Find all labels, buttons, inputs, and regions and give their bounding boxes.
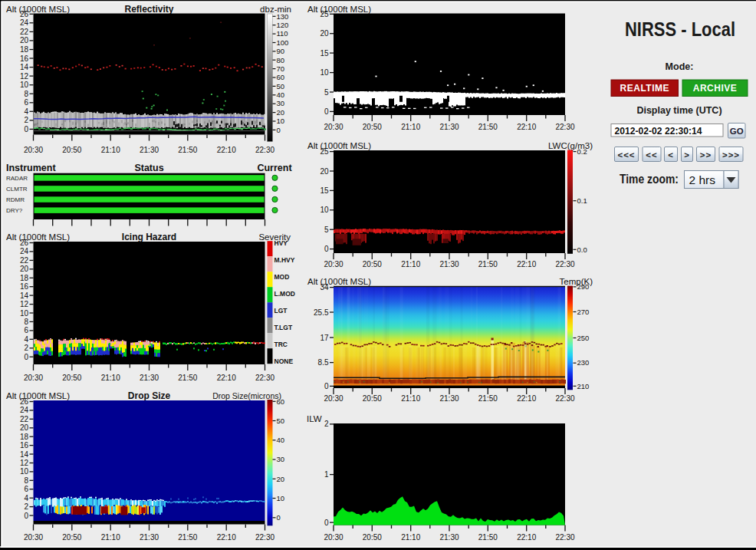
svg-text:10: 10 xyxy=(320,206,329,214)
svg-text:21:10: 21:10 xyxy=(101,374,120,382)
svg-text:230: 230 xyxy=(577,358,590,367)
svg-text:GO: GO xyxy=(730,127,744,136)
svg-text:REALTIME: REALTIME xyxy=(620,83,669,94)
svg-text:20:50: 20:50 xyxy=(363,260,382,268)
svg-text:2: 2 xyxy=(324,420,329,428)
svg-text:20:30: 20:30 xyxy=(24,146,43,154)
svg-text:250: 250 xyxy=(577,334,590,342)
svg-text:21:30: 21:30 xyxy=(439,260,459,268)
svg-text:>>>: >>> xyxy=(722,150,740,160)
svg-text:60: 60 xyxy=(277,73,285,81)
svg-text:16: 16 xyxy=(20,54,29,63)
svg-text:4: 4 xyxy=(24,335,28,344)
svg-text:12: 12 xyxy=(20,300,29,308)
svg-text:10: 10 xyxy=(20,309,29,318)
svg-text:5: 5 xyxy=(324,88,329,97)
svg-text:Reflectivity: Reflectivity xyxy=(124,4,173,15)
svg-text:10: 10 xyxy=(277,117,285,125)
svg-text:20:30: 20:30 xyxy=(324,394,343,403)
svg-text:<: < xyxy=(668,150,674,160)
svg-text:25: 25 xyxy=(320,10,329,18)
svg-text:22:10: 22:10 xyxy=(217,146,236,154)
svg-text:14: 14 xyxy=(20,450,29,459)
svg-text:270: 270 xyxy=(577,308,590,316)
svg-text:4: 4 xyxy=(24,107,28,116)
svg-text:22:10: 22:10 xyxy=(517,533,536,542)
svg-text:18: 18 xyxy=(20,45,29,54)
svg-text:21:50: 21:50 xyxy=(478,394,498,403)
svg-text:RADAR: RADAR xyxy=(6,175,28,182)
svg-text:18: 18 xyxy=(20,274,29,282)
svg-text:2: 2 xyxy=(24,502,28,511)
svg-text:0: 0 xyxy=(324,519,329,527)
svg-text:TRC: TRC xyxy=(274,341,288,348)
svg-text:14: 14 xyxy=(20,291,29,300)
svg-text:20: 20 xyxy=(20,423,29,432)
svg-text:17: 17 xyxy=(320,334,329,342)
svg-text:10: 10 xyxy=(20,467,29,476)
svg-text:ARCHIVE: ARCHIVE xyxy=(693,83,738,94)
svg-text:21:10: 21:10 xyxy=(101,146,120,154)
svg-text:<<: << xyxy=(646,150,657,160)
svg-text:16: 16 xyxy=(20,441,29,450)
svg-text:20:30: 20:30 xyxy=(24,374,43,382)
svg-text:22:10: 22:10 xyxy=(217,533,236,542)
svg-text:12: 12 xyxy=(20,72,29,81)
svg-text:290: 290 xyxy=(577,282,590,291)
svg-text:L.MOD: L.MOD xyxy=(274,290,295,298)
svg-text:1: 1 xyxy=(324,470,329,479)
svg-text:Drop Size: Drop Size xyxy=(128,390,171,401)
svg-text:8: 8 xyxy=(24,476,28,485)
svg-text:22:10: 22:10 xyxy=(517,260,536,268)
svg-text:60: 60 xyxy=(277,397,285,406)
svg-text:RDMR: RDMR xyxy=(6,196,25,203)
svg-text:22:10: 22:10 xyxy=(517,123,536,131)
svg-text:Mode:: Mode: xyxy=(666,61,694,72)
svg-text:8: 8 xyxy=(24,318,28,326)
svg-text:21:50: 21:50 xyxy=(478,123,498,131)
svg-text:20:50: 20:50 xyxy=(62,374,81,382)
svg-text:20: 20 xyxy=(277,475,285,483)
svg-text:21:50: 21:50 xyxy=(178,533,197,542)
svg-text:34: 34 xyxy=(320,283,329,291)
svg-text:20: 20 xyxy=(20,265,29,273)
svg-text:26: 26 xyxy=(20,10,29,18)
svg-text:Alt (1000ft MSL): Alt (1000ft MSL) xyxy=(6,391,70,400)
svg-text:130: 130 xyxy=(277,12,289,21)
svg-text:21:30: 21:30 xyxy=(439,394,459,403)
svg-text:>>: >> xyxy=(700,150,712,160)
svg-text:22: 22 xyxy=(20,415,29,423)
svg-text:20:30: 20:30 xyxy=(324,533,343,542)
svg-text:0: 0 xyxy=(24,512,28,520)
svg-text:80: 80 xyxy=(277,56,285,64)
svg-text:20:50: 20:50 xyxy=(363,123,382,131)
svg-text:Alt (1000ft MSL): Alt (1000ft MSL) xyxy=(6,232,70,242)
svg-text:8: 8 xyxy=(24,90,28,98)
svg-text:16: 16 xyxy=(20,282,29,291)
svg-text:5: 5 xyxy=(324,226,329,234)
svg-text:ILW: ILW xyxy=(307,414,322,423)
svg-text:Current: Current xyxy=(257,163,292,173)
svg-text:120: 120 xyxy=(277,21,289,29)
svg-text:T.LGT: T.LGT xyxy=(274,324,293,331)
svg-text:21:30: 21:30 xyxy=(439,123,459,131)
svg-text:22:30: 22:30 xyxy=(255,146,274,154)
svg-text:22:30: 22:30 xyxy=(555,533,574,542)
svg-text:M.HVY: M.HVY xyxy=(274,256,295,264)
svg-text:NONE: NONE xyxy=(274,357,294,365)
svg-text:CLMTR: CLMTR xyxy=(6,186,28,193)
svg-text:>: > xyxy=(684,150,690,160)
svg-text:Alt (1000ft MSL): Alt (1000ft MSL) xyxy=(307,141,371,150)
svg-text:24: 24 xyxy=(20,406,29,414)
svg-text:0: 0 xyxy=(277,126,281,134)
svg-text:25: 25 xyxy=(320,147,329,156)
svg-text:6: 6 xyxy=(24,485,28,493)
svg-text:<<<: <<< xyxy=(617,150,635,160)
svg-text:22:10: 22:10 xyxy=(217,374,236,382)
svg-text:210: 210 xyxy=(577,382,590,390)
svg-text:2: 2 xyxy=(24,344,28,352)
svg-text:NIRSS - Local: NIRSS - Local xyxy=(625,18,735,40)
svg-text:22:30: 22:30 xyxy=(555,123,574,131)
svg-text:100: 100 xyxy=(277,38,289,47)
svg-text:8.5: 8.5 xyxy=(318,358,329,367)
